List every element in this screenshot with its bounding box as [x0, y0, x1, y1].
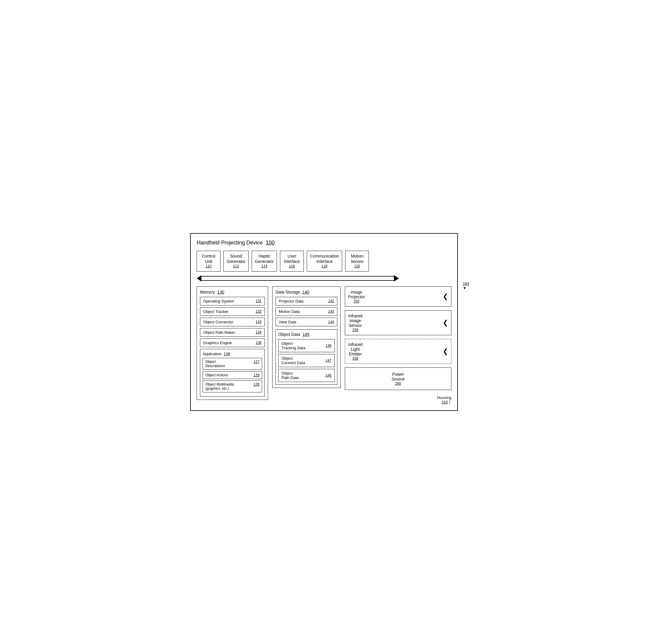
main-content: Memory 130 Operating System 131 Object T… [197, 286, 451, 404]
double-arrow-svg [197, 274, 399, 283]
obj-actions-box: Object Actions 129 [203, 371, 262, 379]
obj-path-maker-label: Object Path Maker [203, 330, 235, 335]
projector-data-num: 142 [328, 299, 334, 303]
obj-connect-data-num: 147 [325, 358, 331, 363]
obj-tracking-data-num: 146 [325, 344, 331, 348]
sound-gen-num: 112 [227, 264, 246, 269]
motion-data-box: Motion Data 143 [275, 307, 337, 316]
data-storage-title: Data Storage 140 [275, 290, 337, 294]
comm-interface-num: 118 [310, 264, 339, 269]
top-row: ControlUnit 110 SoundGenerator 112 Hapti… [197, 251, 451, 271]
obj-multimedia-label: Object Multimedia(graphics, etc.) [205, 382, 234, 391]
user-interface-box: UserInterface 116 [280, 251, 304, 271]
obj-connector-num: 133 [256, 320, 262, 324]
obj-connect-data-box: ObjectConnect Data 147 [278, 354, 335, 367]
comm-interface-label: CommunicationInterface [310, 253, 339, 264]
svg-marker-5 [394, 276, 399, 281]
projector-data-box: Projector Data 142 [275, 297, 337, 305]
application-box: Application 138 ObjectDescriptions 127 O… [200, 349, 265, 397]
os-box: Operating System 131 [200, 297, 265, 305]
ir-light-emitter-box: InfraredLightEmitter 158 ❮ [345, 339, 451, 364]
user-interface-num: 116 [283, 264, 301, 269]
arrow-row [197, 274, 451, 283]
data-storage-num: 140 [302, 290, 309, 294]
obj-tracking-data-box: ObjectTracking Data 146 [278, 339, 335, 352]
ir-light-emitter-num: 158 [348, 356, 362, 360]
graphics-engine-box: Graphics Engine 136 [200, 339, 265, 347]
obj-path-data-num: 148 [325, 374, 331, 378]
view-data-num: 144 [328, 320, 334, 324]
control-unit-label: ControlUnit [200, 253, 217, 264]
outer-title-text: Handheld Projecting Device [197, 240, 263, 246]
os-label: Operating System [203, 299, 234, 303]
motion-data-num: 143 [328, 309, 334, 313]
image-projector-num: 150 [348, 299, 365, 303]
view-data-box: View Data 144 [275, 318, 337, 326]
control-unit-box: ControlUnit 110 [197, 251, 220, 271]
obj-path-data-box: ObjectPath Data 148 [278, 369, 335, 382]
outer-title-num: 100 [266, 240, 275, 246]
ir-image-sensor-num: 156 [348, 328, 362, 332]
motion-sensor-label: MotionSensor [348, 253, 366, 264]
ir-light-emitter-arrow: ❮ [443, 347, 448, 355]
obj-multimedia-box: Object Multimedia(graphics, etc.) 128 [203, 381, 262, 392]
sound-gen-label: SoundGenerator [227, 253, 246, 264]
obj-descriptions-label: ObjectDescriptions [205, 360, 225, 368]
application-title: Application 138 [203, 352, 262, 356]
obj-connect-data-label: ObjectConnect Data [281, 356, 305, 365]
view-data-label: View Data [279, 320, 296, 324]
haptic-gen-num: 114 [255, 264, 274, 269]
obj-connector-label: Object Connector [203, 320, 233, 324]
memory-num: 130 [217, 290, 224, 294]
obj-tracker-box: Object Tracker 132 [200, 307, 265, 316]
ir-light-emitter-label: InfraredLightEmitter [348, 342, 362, 356]
graphics-engine-num: 136 [256, 341, 262, 345]
obj-multimedia-num: 128 [254, 382, 260, 391]
object-data-box: Object Data 145 ObjectTracking Data 146 … [275, 329, 337, 385]
os-num: 131 [256, 299, 262, 303]
data-storage-box: Data Storage 140 Projector Data 142 Moti… [272, 286, 341, 388]
projector-data-label: Projector Data [279, 299, 304, 303]
ir-image-sensor-arrow: ❮ [443, 319, 448, 327]
obj-actions-label: Object Actions [205, 373, 228, 377]
obj-tracker-num: 132 [256, 309, 262, 313]
ir-image-sensor-box: InfraredImageSensor 156 ❮ [345, 310, 451, 335]
image-projector-arrow: ❮ [443, 293, 448, 300]
user-interface-label: UserInterface [283, 253, 301, 264]
obj-connector-box: Object Connector 133 [200, 318, 265, 326]
housing-label: Housing162❲ [345, 395, 451, 404]
power-source-label: PowerSource [348, 372, 448, 381]
obj-descriptions-box: ObjectDescriptions 127 [203, 358, 262, 370]
memory-box: Memory 130 Operating System 131 Object T… [197, 286, 268, 400]
motion-sensor-box: MotionSensor 120 [345, 251, 369, 271]
sound-gen-box: SoundGenerator 112 [223, 251, 249, 271]
right-col: ImageProjector 150 ❮ InfraredImageSensor… [345, 286, 451, 404]
ir-image-sensor-label: InfraredImageSensor [348, 313, 362, 328]
power-source-box: PowerSource 160 [345, 367, 451, 390]
obj-tracking-data-label: ObjectTracking Data [281, 341, 305, 350]
label-164: 164 ▼ [463, 281, 469, 290]
motion-sensor-num: 120 [348, 264, 366, 269]
memory-title: Memory 130 [200, 290, 265, 294]
obj-path-data-label: ObjectPath Data [281, 371, 299, 380]
outer-title: Handheld Projecting Device 100 [197, 240, 451, 246]
haptic-gen-box: HapticGenerator 114 [252, 251, 277, 271]
motion-data-label: Motion Data [279, 309, 300, 314]
power-source-num: 160 [348, 381, 448, 386]
image-projector-label: ImageProjector [348, 290, 365, 299]
obj-tracker-label: Object Tracker [203, 309, 228, 314]
housing-num: 162 [441, 400, 448, 404]
application-num: 138 [224, 352, 230, 356]
obj-actions-num: 129 [254, 373, 260, 377]
diagram-container: Handheld Projecting Device 100 ControlUn… [190, 233, 458, 411]
obj-descriptions-num: 127 [254, 360, 260, 368]
image-projector-box: ImageProjector 150 ❮ [345, 286, 451, 307]
haptic-gen-label: HapticGenerator [255, 253, 274, 264]
obj-path-maker-num: 134 [256, 330, 262, 334]
control-unit-num: 110 [200, 264, 217, 269]
graphics-engine-label: Graphics Engine [203, 341, 232, 345]
comm-interface-box: CommunicationInterface 118 [307, 251, 342, 271]
object-data-num: 145 [303, 332, 310, 337]
obj-path-maker-box: Object Path Maker 134 [200, 328, 265, 337]
object-data-title: Object Data 145 [278, 332, 335, 337]
